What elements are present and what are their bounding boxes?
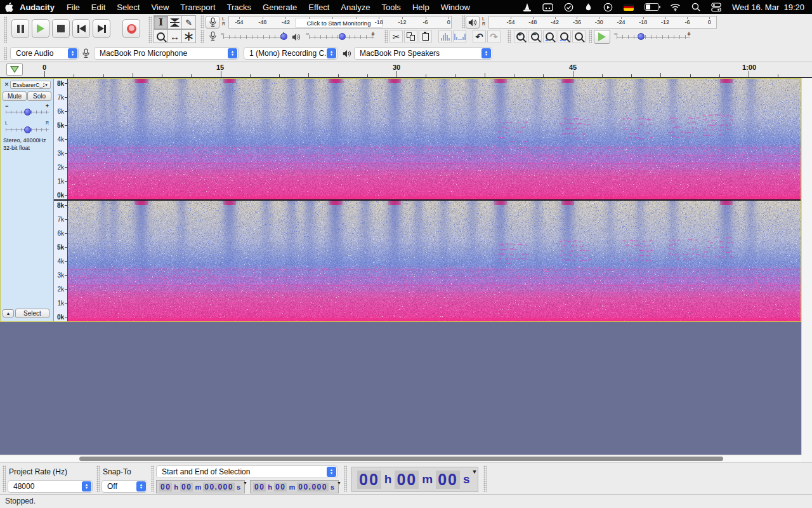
check-circle-icon[interactable] (564, 3, 573, 12)
keyboard-flag-icon[interactable] (624, 4, 634, 11)
menu-tracks[interactable]: Tracks (221, 3, 258, 12)
menu-analyze[interactable]: Analyze (335, 3, 376, 12)
menu-select[interactable]: Select (111, 3, 145, 12)
stop-button[interactable] (52, 19, 70, 38)
menu-file[interactable]: File (61, 3, 86, 12)
play-speed-slider[interactable] (617, 35, 690, 39)
playback-device-select[interactable]: MacBook Pro Speakers▲▼ (354, 47, 492, 60)
redo-button[interactable]: ↷ (487, 30, 501, 43)
edit-toolbar-grip[interactable] (384, 30, 388, 43)
zoom-out-button[interactable] (528, 30, 542, 43)
draw-tool-button[interactable]: ✎ (181, 15, 196, 29)
menu-view[interactable]: View (145, 3, 174, 12)
play-speed-thumb[interactable] (638, 33, 645, 40)
undo-button[interactable]: ↶ (473, 30, 486, 43)
recording-meter-mic-button[interactable] (206, 16, 219, 29)
play-at-speed-grip[interactable] (589, 30, 592, 43)
record-button[interactable] (122, 19, 140, 38)
zoom-to-selection-button[interactable]: ◂▸ (543, 30, 556, 43)
spectrogram-left-channel[interactable] (68, 79, 801, 199)
selection-start-time[interactable]: 00h 00m 00.000s ▼ (156, 480, 245, 493)
control-center-icon[interactable] (711, 3, 721, 12)
zoom-in-button[interactable] (514, 30, 527, 43)
mute-button[interactable]: Mute (3, 91, 27, 101)
pan-slider-thumb[interactable] (24, 126, 31, 133)
search-icon[interactable] (691, 3, 700, 11)
record-volume-slider[interactable] (223, 35, 287, 39)
horizontal-scrollbar-thumb[interactable] (79, 457, 723, 461)
spectrogram-right-channel[interactable] (68, 201, 801, 321)
horizontal-scrollbar[interactable] (0, 455, 801, 462)
menu-generate[interactable]: Generate (257, 3, 303, 12)
track-close-button[interactable]: ✕ (3, 81, 10, 88)
time-shift-tool-button[interactable]: ↔ (167, 29, 182, 43)
record-volume-thumb[interactable] (280, 33, 287, 40)
menu-help[interactable]: Help (407, 3, 435, 12)
play-button[interactable] (32, 19, 49, 38)
silence-audio-button[interactable] (453, 30, 466, 43)
playback-meter-grip[interactable] (462, 15, 465, 29)
menu-window[interactable]: Window (435, 3, 476, 12)
zoom-toolbar-grip[interactable] (508, 30, 511, 43)
track-area[interactable]: ✕ EssbarerC_2▼ Mute Solo − + L R Stereo,… (0, 78, 812, 462)
time-format-caret-icon[interactable]: ▼ (472, 469, 478, 475)
skip-to-start-button[interactable] (72, 19, 90, 38)
display-icon[interactable] (542, 3, 553, 11)
recording-meter-grip[interactable] (200, 15, 204, 29)
recording-device-select[interactable]: MacBook Pro Microphone▲▼ (94, 47, 239, 60)
cut-button[interactable]: ✂ (390, 30, 403, 43)
timeline-ruler[interactable]: 01530451:00 (0, 62, 812, 78)
device-toolbar-grip[interactable] (4, 47, 7, 60)
solo-button[interactable]: Solo (27, 91, 51, 101)
recording-meter[interactable]: Click to Start Monitoring -54-48-42-18-1… (228, 16, 452, 29)
apple-logo-icon[interactable] (5, 3, 13, 12)
zoom-tool-button[interactable] (154, 29, 168, 43)
selection-end-time[interactable]: 00h 00m 00.000s ▼ (250, 480, 339, 493)
pause-button[interactable] (11, 19, 29, 38)
vlc-cone-icon[interactable] (523, 3, 532, 12)
end-grip[interactable] (483, 465, 487, 492)
envelope-tool-button[interactable] (167, 15, 182, 29)
collapse-track-button[interactable]: ▲ (3, 309, 14, 318)
track-select-button[interactable]: Select (15, 309, 49, 318)
snap-to-select[interactable]: Off▲▼ (102, 480, 147, 493)
flame-icon[interactable] (584, 3, 593, 12)
audio-position-grip[interactable] (344, 465, 347, 492)
tools-toolbar-grip[interactable] (148, 17, 152, 43)
menu-audacity[interactable]: Audacity (13, 3, 61, 12)
time-format-caret-icon[interactable]: ▼ (243, 481, 247, 485)
track-title-menu[interactable]: EssbarerC_2▼ (10, 81, 51, 89)
snap-grip[interactable] (96, 465, 100, 492)
selection-range-grip[interactable] (151, 465, 154, 492)
trim-audio-button[interactable] (438, 30, 452, 43)
menu-tools[interactable]: Tools (376, 3, 407, 12)
copy-button[interactable] (404, 30, 417, 43)
recording-channels-select[interactable]: 1 (Mono) Recording C...▲▼ (244, 47, 337, 60)
zoom-to-fit-button[interactable]: ◂─▸ (558, 30, 571, 43)
battery-icon[interactable] (645, 3, 659, 11)
playback-volume-thumb[interactable] (339, 33, 346, 40)
wifi-icon[interactable] (670, 3, 681, 11)
selection-mode-select[interactable]: Start and End of Selection▲▼ (156, 465, 337, 478)
vertical-scrollbar[interactable] (801, 78, 812, 455)
playback-meter[interactable]: -54-48-42-36-30-24-18-12-60 (488, 16, 717, 29)
multi-tool-button[interactable]: ∗ (181, 29, 196, 43)
paste-button[interactable] (419, 30, 432, 43)
selection-toolbar-grip[interactable] (3, 465, 6, 492)
play-at-speed-button[interactable] (594, 30, 610, 44)
menu-clock[interactable]: Wed 16. Mar 19:20 (732, 3, 804, 12)
menu-edit[interactable]: Edit (86, 3, 111, 12)
menu-transport[interactable]: Transport (174, 3, 221, 12)
audio-host-select[interactable]: Core Audio▲▼ (10, 47, 79, 60)
play-circle-icon[interactable] (603, 3, 613, 12)
menu-effect[interactable]: Effect (303, 3, 335, 12)
transport-toolbar-grip[interactable] (4, 17, 7, 43)
project-rate-select[interactable]: 48000▲▼ (8, 480, 93, 493)
playback-meter-speaker-button[interactable] (466, 16, 480, 29)
zoom-toggle-button[interactable] (572, 30, 586, 43)
audio-position-time[interactable]: 00h 00m 00s ▼ (351, 467, 478, 492)
time-format-caret-icon[interactable]: ▼ (337, 481, 341, 485)
mixer-toolbar-grip[interactable] (200, 30, 204, 43)
gain-slider-thumb[interactable] (24, 109, 31, 116)
skip-to-end-button[interactable] (93, 19, 110, 38)
